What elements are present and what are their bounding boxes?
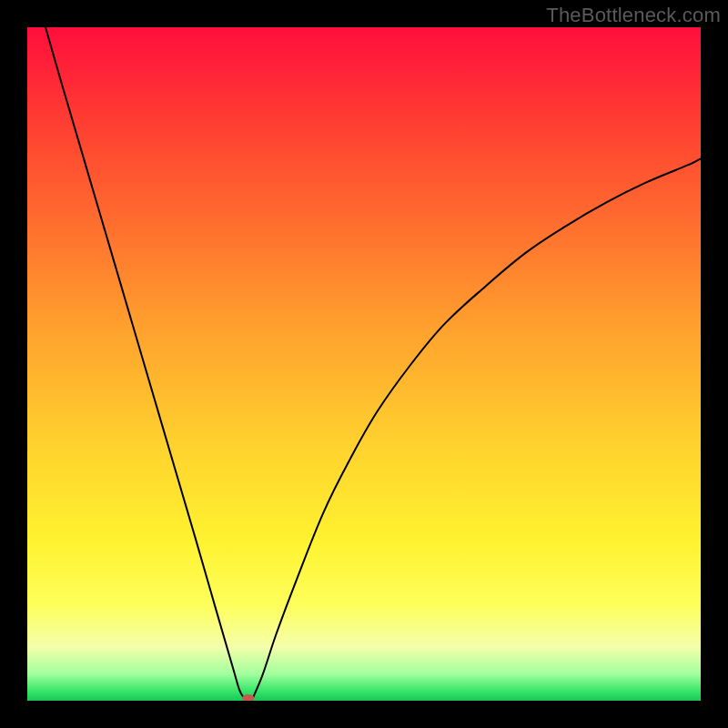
chart-frame: TheBottleneck.com: [0, 0, 728, 728]
watermark-text: TheBottleneck.com: [546, 4, 721, 27]
vertex-marker: [242, 694, 254, 701]
curve-left-branch: [46, 27, 244, 698]
curve-layer: [27, 27, 701, 701]
plot-area: [27, 27, 701, 701]
curve-right-branch: [253, 158, 701, 698]
